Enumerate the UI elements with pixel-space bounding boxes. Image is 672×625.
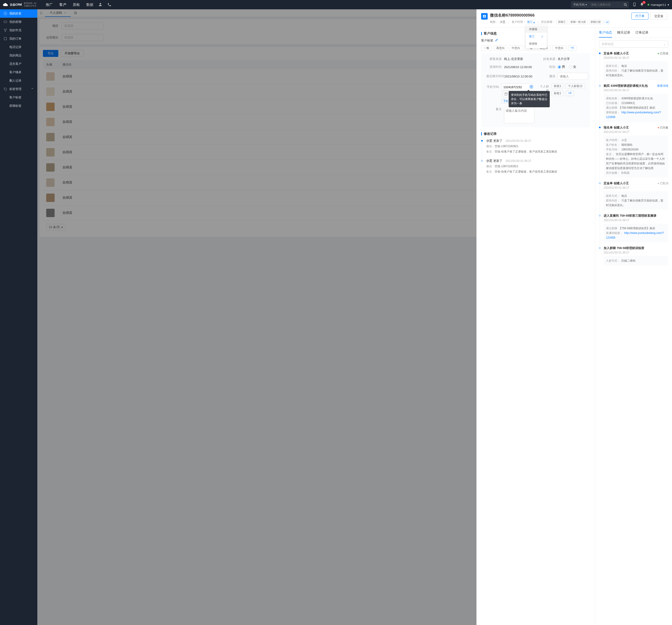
goods-icon [4, 54, 7, 57]
search-type-select[interactable]: 手机号码 ▾ [571, 1, 589, 8]
tags-icon [4, 88, 7, 91]
nickname-value: 小王 [500, 20, 505, 24]
manager-select[interactable]: 张三▴ 师馨薇 张三✓ 俱保咏 [527, 20, 535, 24]
feed-card: 入群方式：扫描二维码 [604, 256, 668, 266]
delete-icon [4, 79, 7, 82]
chevron-down-icon: ⌄ [663, 43, 666, 46]
clock-icon [4, 12, 7, 15]
feed-card: 通过群聊【759-59班理财训练营】购买直播间链接：http://www.yun… [604, 224, 668, 242]
chevron-down-icon: ▾ [668, 3, 669, 6]
search-input[interactable] [589, 1, 622, 8]
sidebar-item-groups[interactable]: 我的群聊 [0, 18, 37, 26]
sidebar-item-delete[interactable]: 删人记录 [0, 76, 37, 85]
user-icon[interactable] [98, 3, 102, 7]
svg-rect-12 [531, 87, 533, 88]
sidebar-item-lost[interactable]: 流失客户 [0, 60, 37, 68]
feed-card: 客户经理：小王客户姓名：唔吃唔吃手机号码：19833528160备注：但无论是哪… [604, 135, 668, 177]
order-button[interactable]: 代下单 [631, 12, 648, 20]
v-chat-time: 2021/09/10 12:00:00 [504, 75, 532, 78]
drawer-title: 微信名称6789990000966 [490, 12, 631, 18]
sec-log-title: 修改记录 [484, 132, 497, 136]
phone-tooltip: 查询到此手机号码在系统中已存在，可以将两条客户数据合并为一条 [509, 91, 550, 107]
v-source: 线上-北京昱新 [504, 57, 523, 61]
dd-option-0[interactable]: 师馨薇 [526, 26, 547, 33]
personal-tag-more[interactable]: +4 [566, 91, 574, 96]
dd-option-2[interactable]: 俱保咏 [526, 40, 547, 47]
feed-title: 进入直播间 759-59班第三期理财直播课 [604, 214, 656, 218]
cust-tag: 高意向 [494, 46, 507, 51]
lookup-icon[interactable] [530, 85, 533, 89]
mobile-icon[interactable] [632, 3, 636, 7]
sidebar: 我的好友 我的群聊 我的学员 我的订单 电话记录 我的商品 流失客户 客户继承 … [0, 9, 37, 625]
search-button[interactable] [622, 1, 629, 8]
feed-card: 跟单方式：电话跟单内容：只是了解在线教育方面的信息，暂时无购买意向。 [604, 61, 668, 80]
feed-time: 2021/01/30 01:38:27 [604, 89, 668, 92]
status-badge: 已完成 [658, 52, 668, 55]
inherit-icon [4, 71, 7, 74]
deposit-button[interactable]: 交定金 [650, 12, 667, 20]
feed-item: 定金单 创建人小王已取消2020/01/30 01:38:27跟单方式：电话跟单… [599, 181, 668, 210]
v-add-time: 2021/09/10 12:00:00 [504, 65, 532, 69]
svg-rect-9 [530, 85, 531, 86]
top-tab-data[interactable]: 数据 [86, 3, 93, 7]
tags-label: 客户标签 [481, 39, 493, 42]
radio-female[interactable]: 女 [569, 65, 576, 69]
svg-rect-13 [505, 93, 507, 95]
sidebar-item-calls[interactable]: 电话记录 [0, 43, 37, 51]
feed-title: 报名单 创建人小王 [604, 125, 629, 130]
notification-bell[interactable]: 5 [640, 3, 644, 7]
sidebar-item-tags[interactable]: 标签管理⌃ [0, 85, 37, 93]
edit-tags-icon[interactable] [495, 39, 498, 42]
phone-input[interactable] [501, 83, 531, 91]
group-more[interactable]: +4 [604, 20, 610, 24]
feed-item: 购买 4399理财课进阶课程大礼包查看详情2021/01/30 01:38:27… [599, 84, 668, 122]
rtab-chat[interactable]: 聊天记录 [617, 30, 630, 38]
sidebar-sub-custtags[interactable]: 客户标签 [0, 93, 37, 102]
phone-icon[interactable] [107, 3, 111, 7]
sidebar-item-inherit[interactable]: 客户继承 [0, 68, 37, 76]
notification-badge: 5 [642, 1, 646, 4]
filter-icon [4, 29, 7, 32]
cust-tag-more[interactable]: +4 [568, 46, 576, 51]
sidebar-sub-grouptags[interactable]: 群聊标签 [0, 102, 37, 110]
sidebar-item-orders[interactable]: 我的订单 [0, 34, 37, 43]
lost-icon [4, 62, 7, 66]
caret-up-icon: ▴ [533, 21, 535, 24]
activity-filter[interactable]: 全部动态⌄ [599, 41, 668, 48]
user-menu[interactable]: manager11▾ [648, 3, 669, 6]
call-icon [4, 46, 7, 49]
personal-tag: 标签1 [551, 83, 564, 89]
wechat-input[interactable] [558, 73, 588, 80]
svg-point-1 [624, 3, 626, 6]
top-tab-customer[interactable]: 客户 [59, 3, 66, 7]
sidebar-item-goods[interactable]: 我的商品 [0, 51, 37, 60]
rtab-orders[interactable]: 订单记录 [635, 30, 648, 38]
status-badge: 已取消 [658, 181, 668, 185]
customer-drawer: 微信名称6789990000966 昵称：小王 | 客户经理： 张三▴ 师馨薇 … [477, 9, 672, 625]
feed-time: 2020/01/30 01:38:27 [604, 56, 668, 59]
content-area: ☰ 个人活码× 我 项目请选择 运营期次请选择 导出 不加密导出 头像微信名 自… [37, 9, 672, 625]
top-tabs: 推广 客户 质检 数据 [46, 3, 93, 7]
rtab-activity[interactable]: 客户动态 [599, 30, 612, 38]
view-detail-link[interactable]: 查看详情 [657, 84, 668, 88]
top-tab-promo[interactable]: 推广 [46, 3, 53, 7]
feed-title: 定金单 创建人小王 [604, 51, 629, 55]
top-search: 手机号码 ▾ [571, 1, 629, 8]
feed-item: 报名单 创建人小王已失败2021/01/30 01:38:27客户经理：小王客户… [599, 125, 668, 177]
chat-icon [4, 20, 7, 24]
feed-title: 购买 4399理财课进阶课程大礼包 [604, 84, 648, 88]
dd-option-1[interactable]: 张三✓ [526, 33, 547, 40]
sidebar-item-students[interactable]: 我的学员 [0, 26, 37, 34]
feed-title: 加入群聊 759-59班理财训练营 [604, 246, 644, 250]
note-textarea[interactable] [504, 107, 534, 123]
top-tab-qc[interactable]: 质检 [73, 3, 80, 7]
cust-tag: 中意向 [553, 46, 566, 51]
radio-male[interactable]: 男 [558, 65, 565, 69]
group-chip: 群聊三 [556, 20, 568, 24]
cust-tag: 一般 [481, 46, 492, 51]
svg-rect-11 [530, 87, 531, 88]
feed-item: 加入群聊 759-59班理财训练营2021/01/30 01:38:27入群方式… [599, 246, 668, 266]
v-friend-src: 名片分享 [558, 57, 570, 61]
cloud-icon [3, 2, 8, 7]
sidebar-item-friends[interactable]: 我的好友 [0, 9, 37, 18]
